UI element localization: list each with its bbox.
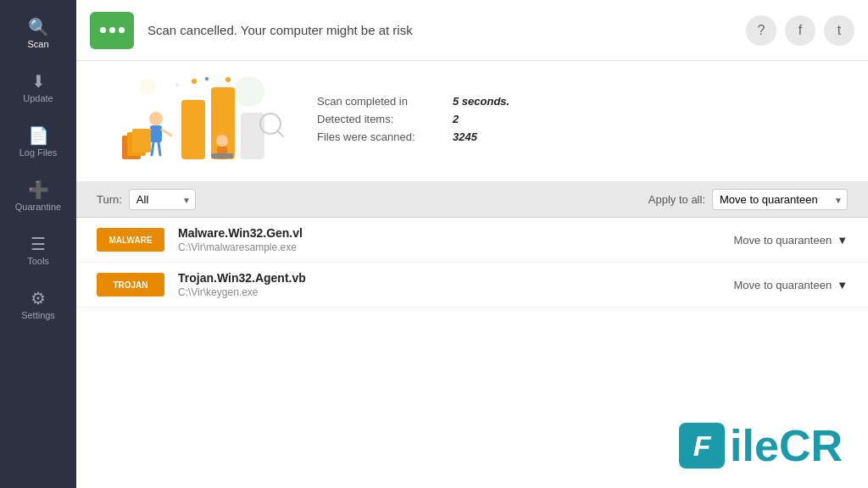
svg-point-22 [225, 77, 231, 82]
svg-point-21 [175, 83, 179, 86]
turn-label: Turn: [97, 193, 122, 206]
main-area: Scan cancelled. Your computer might be a… [76, 0, 868, 488]
tools-icon: ☰ [31, 236, 46, 252]
svg-point-11 [216, 135, 228, 147]
sidebar-label-logfiles: Log Files [19, 147, 58, 158]
threat-action-label-1: Move to quaranteen [733, 234, 832, 247]
apply-label: Apply to all: [648, 193, 705, 206]
content-area: Scan completed in 5 seconds. Detected it… [76, 61, 868, 488]
twitter-button[interactable]: t [824, 15, 854, 46]
svg-point-19 [192, 79, 197, 84]
threat-name-1: Malware.Win32.Gen.vl [178, 226, 720, 240]
svg-point-20 [205, 77, 209, 80]
scan-stats: Scan completed in 5 seconds. Detected it… [292, 95, 848, 148]
apply-select[interactable]: Move to quaranteen Delete Ignore [712, 189, 848, 210]
dot-2 [109, 27, 115, 33]
dots-decoration [100, 27, 125, 33]
filter-left: Turn: All Threats Safe ▼ [97, 189, 196, 210]
filter-bar: Turn: All Threats Safe ▼ Apply to all: M… [76, 182, 868, 218]
stat-files-value: 3245 [453, 130, 477, 143]
stat-row-detected: Detected items: 2 [317, 113, 848, 125]
svg-line-9 [152, 142, 153, 155]
svg-rect-13 [211, 153, 233, 158]
stat-files-label: Files were scanned: [317, 130, 453, 143]
svg-line-18 [277, 130, 283, 136]
svg-line-10 [159, 142, 160, 155]
svg-rect-6 [150, 125, 162, 142]
sidebar-item-logfiles[interactable]: 📄 Log Files [0, 115, 76, 169]
svg-line-8 [162, 130, 171, 136]
dot-1 [100, 27, 106, 33]
sidebar: 🔍 Scan ⬇ Update 📄 Log Files ➕ Quarantine… [0, 0, 76, 488]
topbar-message: Scan cancelled. Your computer might be a… [147, 23, 746, 37]
scan-summary: Scan completed in 5 seconds. Detected it… [76, 61, 868, 182]
threat-dropdown-btn-1[interactable]: ▼ [837, 234, 848, 247]
sidebar-item-quarantine[interactable]: ➕ Quarantine [0, 169, 76, 224]
turn-select[interactable]: All Threats Safe [129, 189, 196, 210]
table-row: TROJAN Trojan.Win32.Agent.vb C:\Vir\keyg… [76, 263, 868, 308]
logfiles-icon: 📄 [28, 127, 49, 144]
sidebar-item-scan[interactable]: 🔍 Scan [0, 7, 76, 61]
threat-badge-2: TROJAN [97, 273, 164, 297]
threat-info-2: Trojan.Win32.Agent.vb C:\Vir\keygen.exe [178, 271, 720, 298]
threat-name-2: Trojan.Win32.Agent.vb [178, 271, 720, 285]
sidebar-label-tools: Tools [27, 256, 49, 266]
sidebar-label-scan: Scan [27, 39, 48, 49]
scan-icon: 🔍 [28, 19, 49, 36]
threat-info-1: Malware.Win32.Gen.vl C:\Vir\malwaresampl… [178, 226, 720, 253]
stat-detected-label: Detected items: [317, 113, 453, 125]
dot-3 [119, 27, 125, 33]
svg-point-5 [149, 112, 163, 125]
threat-action-label-2: Move to quaranteen [733, 279, 832, 291]
illustration-svg [97, 75, 292, 168]
filter-right: Apply to all: Move to quaranteen Delete … [648, 189, 848, 210]
sidebar-item-settings[interactable]: ⚙ Settings [0, 278, 76, 332]
svg-point-0 [234, 76, 264, 107]
help-button[interactable]: ? [746, 15, 776, 46]
status-icon-box [90, 12, 134, 49]
threat-badge-1: MALWARE [97, 228, 164, 252]
threat-path-1: C:\Vir\malwaresample.exe [178, 241, 720, 253]
svg-point-1 [139, 79, 156, 96]
threat-action-2: Move to quaranteen ▼ [733, 279, 848, 291]
stat-completed-label: Scan completed in [317, 95, 453, 108]
sidebar-label-quarantine: Quarantine [15, 202, 61, 212]
svg-rect-16 [132, 129, 151, 152]
svg-rect-2 [181, 100, 205, 159]
stat-row-completed: Scan completed in 5 seconds. [317, 95, 848, 108]
scan-illustration [97, 75, 292, 168]
settings-icon: ⚙ [31, 290, 46, 307]
threat-path-2: C:\Vir\keygen.exe [178, 286, 720, 298]
table-row: MALWARE Malware.Win32.Gen.vl C:\Vir\malw… [76, 218, 868, 263]
turn-select-wrap: All Threats Safe ▼ [129, 189, 196, 210]
update-icon: ⬇ [31, 73, 46, 90]
quarantine-icon: ➕ [28, 181, 49, 198]
threat-list: MALWARE Malware.Win32.Gen.vl C:\Vir\malw… [76, 218, 868, 488]
facebook-button[interactable]: f [785, 15, 815, 46]
stat-completed-value: 5 seconds. [453, 95, 509, 108]
threat-action-1: Move to quaranteen ▼ [733, 234, 848, 247]
topbar: Scan cancelled. Your computer might be a… [76, 0, 868, 61]
stat-row-files: Files were scanned: 3245 [317, 130, 848, 143]
stat-detected-value: 2 [453, 113, 459, 125]
topbar-actions: ? f t [746, 15, 854, 46]
sidebar-item-update[interactable]: ⬇ Update [0, 61, 76, 115]
sidebar-label-settings: Settings [21, 310, 55, 320]
threat-dropdown-btn-2[interactable]: ▼ [837, 279, 848, 291]
sidebar-label-update: Update [23, 93, 53, 103]
apply-select-wrap: Move to quaranteen Delete Ignore ▼ [712, 189, 848, 210]
sidebar-item-tools[interactable]: ☰ Tools [0, 224, 76, 278]
